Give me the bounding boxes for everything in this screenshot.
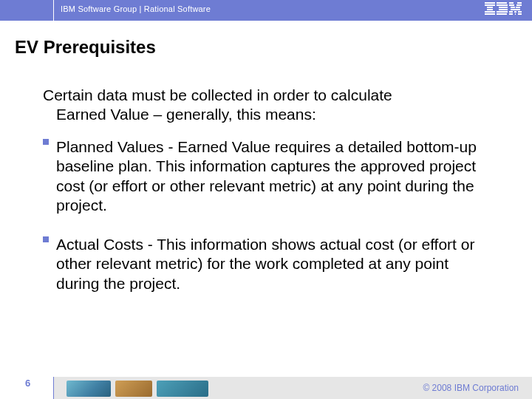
ibm-logo-icon [485,2,522,17]
svg-rect-19 [509,11,513,13]
svg-rect-8 [499,7,508,8]
svg-rect-3 [487,9,493,10]
svg-rect-11 [497,13,507,15]
svg-rect-17 [516,7,520,8]
footer-chip-icon [66,381,111,397]
bullet-item: Planned Values - Earned Value requires a… [43,137,488,215]
svg-rect-4 [485,11,495,13]
svg-rect-9 [499,9,508,10]
footer-chip-icon [115,381,152,397]
svg-rect-10 [497,11,508,13]
svg-rect-0 [485,2,495,4]
footer-art-icon [66,379,214,397]
bullet-item: Actual Costs - This information shows ac… [43,235,488,293]
svg-rect-6 [497,2,507,4]
svg-rect-24 [518,13,522,15]
page-number: 6 [25,378,30,389]
svg-rect-1 [485,4,495,6]
square-bullet-icon [43,139,49,145]
intro-text: Certain data must be collected in order … [43,86,488,125]
footer-divider [53,377,54,399]
bullet-text: Actual Costs - This information shows ac… [56,235,488,293]
bullet-text: Planned Values - Earned Value requires a… [56,137,488,215]
slide: IBM Software Group | Rational Software E… [0,0,532,399]
copyright-text: © 2008 IBM Corporation [423,383,519,393]
intro-line-2: Earned Value – generally, this means: [43,105,488,124]
intro-line-1: Certain data must be collected in order … [43,86,392,103]
svg-rect-23 [515,13,516,15]
svg-rect-12 [509,2,514,4]
svg-rect-22 [509,13,513,15]
header-divider [53,0,54,21]
slide-title: EV Prerequisites [15,37,156,58]
svg-rect-7 [497,4,508,6]
svg-rect-5 [485,13,495,15]
svg-rect-16 [511,7,515,8]
svg-rect-2 [487,7,493,8]
header-text: IBM Software Group | Rational Software [61,4,211,13]
svg-rect-14 [509,4,514,6]
footer-chip-icon [157,381,208,397]
square-bullet-icon [43,236,49,242]
svg-rect-20 [514,11,516,13]
svg-rect-15 [516,4,522,6]
svg-rect-21 [518,11,522,13]
svg-rect-18 [511,9,520,10]
svg-rect-13 [517,2,522,4]
